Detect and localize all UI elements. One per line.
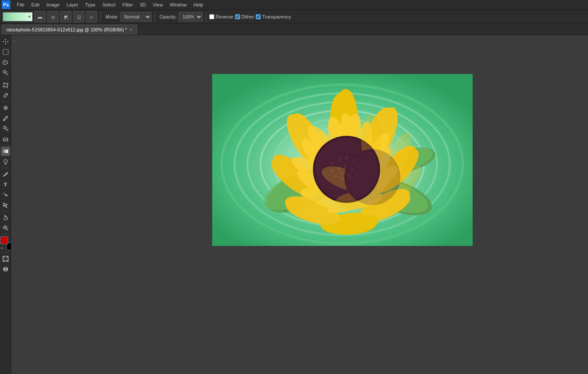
dither-group: Dither xyxy=(235,14,254,19)
transparency-checkbox[interactable] xyxy=(256,14,261,19)
gradient-tool[interactable] xyxy=(1,147,10,156)
diamond-gradient-btn[interactable]: ◇ xyxy=(86,11,97,22)
menu-file[interactable]: File xyxy=(14,1,28,8)
menu-type[interactable]: Type xyxy=(82,1,99,8)
active-tab[interactable]: istockphoto-515815854-612x612.jpg @ 100%… xyxy=(2,25,137,35)
frame-tool[interactable] xyxy=(1,254,10,264)
svg-point-87 xyxy=(345,156,348,159)
angle-gradient-btn[interactable]: ◩ xyxy=(60,11,71,22)
reverse-checkbox[interactable] xyxy=(209,14,214,19)
svg-point-24 xyxy=(3,176,4,177)
dodge-tool[interactable] xyxy=(1,157,10,166)
svg-line-11 xyxy=(6,93,7,94)
crop-tool[interactable] xyxy=(1,80,10,90)
tool-sep-4 xyxy=(1,168,10,168)
svg-point-86 xyxy=(338,159,340,161)
menubar: Ps File Edit Image Layer Type Select Fil… xyxy=(0,0,588,9)
tab-bar: istockphoto-515815854-612x612.jpg @ 100%… xyxy=(0,24,588,35)
menu-filter[interactable]: Filter xyxy=(119,1,136,8)
canvas-area: « xyxy=(11,35,588,374)
marquee-tool[interactable] xyxy=(1,47,10,57)
menu-image[interactable]: Image xyxy=(43,1,63,8)
svg-point-110 xyxy=(337,162,339,164)
options-bar: ▼ ▬ ◎ ◩ ◫ ◇ Mode: Normal Dissolve Darken… xyxy=(0,9,588,24)
svg-point-2 xyxy=(3,71,6,73)
brush-tool[interactable] xyxy=(1,113,10,123)
svg-line-1 xyxy=(6,73,8,75)
gradient-preview[interactable]: ▼ xyxy=(3,12,33,21)
reverse-label: Reverse xyxy=(216,14,233,19)
svg-line-26 xyxy=(6,229,8,230)
tool-sep-2 xyxy=(1,101,10,102)
main-content: T xyxy=(0,35,588,374)
menu-view[interactable]: View xyxy=(150,1,166,8)
reset-colors-icon[interactable]: ⊙ xyxy=(0,246,3,250)
move-tool[interactable] xyxy=(1,37,10,46)
3d-material-tool[interactable] xyxy=(1,264,10,274)
tab-title: istockphoto-515815854-612x612.jpg @ 100%… xyxy=(6,27,127,32)
opacity-label: Opacity: xyxy=(160,14,177,19)
canvas-image xyxy=(212,74,473,246)
app-logo: Ps xyxy=(2,0,10,9)
eyedropper-tool[interactable] xyxy=(1,91,10,100)
svg-point-118 xyxy=(347,151,398,203)
dither-label: Dither xyxy=(241,14,254,19)
svg-point-21 xyxy=(4,159,7,163)
mode-label: Mode: xyxy=(105,14,119,19)
separator-2 xyxy=(155,12,155,22)
panel-collapse-arrow[interactable]: « xyxy=(13,39,15,43)
image-canvas xyxy=(212,74,473,246)
separator-1 xyxy=(100,12,101,22)
direct-selection-tool[interactable] xyxy=(1,200,10,210)
healing-tool[interactable] xyxy=(1,103,10,113)
mode-select[interactable]: Normal Dissolve Darken Multiply Screen O… xyxy=(121,12,152,21)
path-selection-tool[interactable] xyxy=(1,190,10,199)
tool-sep-1 xyxy=(1,79,10,79)
tool-panel: T xyxy=(0,35,11,374)
pen-tool[interactable] xyxy=(1,169,10,179)
tool-sep-5 xyxy=(1,211,10,212)
text-tool[interactable]: T xyxy=(1,180,10,189)
reverse-group: Reverse xyxy=(209,14,233,19)
opacity-select[interactable]: 100% 75% 50% 25% xyxy=(179,12,203,21)
radial-gradient-btn[interactable]: ◎ xyxy=(47,11,59,22)
transparency-label: Transparency xyxy=(262,14,291,19)
menu-window[interactable]: Window xyxy=(167,1,189,8)
tool-sep-7 xyxy=(1,252,10,253)
zoom-tool[interactable] xyxy=(1,223,10,233)
eraser-tool[interactable] xyxy=(1,134,10,144)
menu-help[interactable]: Help xyxy=(191,1,207,8)
svg-rect-20 xyxy=(3,150,8,153)
sunflower-illustration xyxy=(212,74,473,246)
magic-wand-tool[interactable] xyxy=(1,68,10,77)
tab-close-btn[interactable]: × xyxy=(130,28,132,32)
hand-tool[interactable] xyxy=(1,213,10,222)
menu-layer[interactable]: Layer xyxy=(63,1,81,8)
tool-sep-6 xyxy=(1,234,10,234)
menu-3d[interactable]: 3D xyxy=(137,1,149,8)
lasso-tool[interactable] xyxy=(1,58,10,67)
dither-checkbox[interactable] xyxy=(235,14,240,19)
svg-point-95 xyxy=(331,162,334,165)
menu-edit[interactable]: Edit xyxy=(28,1,43,8)
reflected-gradient-btn[interactable]: ◫ xyxy=(73,11,84,22)
menu-select[interactable]: Select xyxy=(99,1,119,8)
tool-sep-3 xyxy=(1,145,10,145)
foreground-color-swatch[interactable] xyxy=(0,236,8,244)
linear-gradient-btn[interactable]: ▬ xyxy=(34,11,46,22)
separator-3 xyxy=(206,12,206,22)
svg-point-15 xyxy=(3,126,6,129)
svg-point-101 xyxy=(342,162,344,164)
color-swatches: ⊙ ⇄ xyxy=(0,236,11,250)
svg-rect-0 xyxy=(3,49,8,55)
transparency-group: Transparency xyxy=(256,14,291,19)
clone-tool[interactable] xyxy=(1,124,10,133)
